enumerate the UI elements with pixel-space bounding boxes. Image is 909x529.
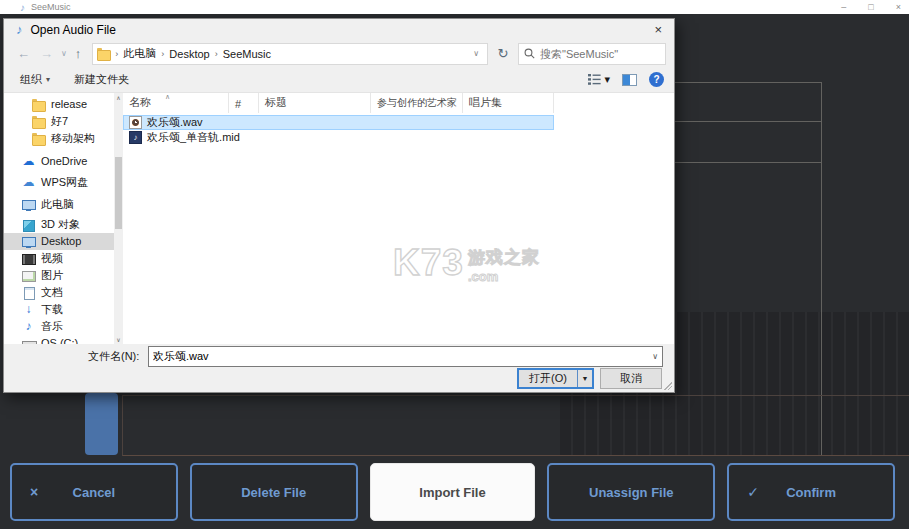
folder-icon <box>97 47 110 60</box>
sidebar-item-hao7[interactable]: 好7 <box>4 113 114 130</box>
sidebar-item-downloads[interactable]: ↓下载 <box>4 301 114 318</box>
breadcrumb[interactable]: › 此电脑 › Desktop › SeeMusic ∨ <box>92 43 488 65</box>
sidebar-item-pictures[interactable]: 图片 <box>4 267 114 284</box>
dialog-cancel-button[interactable]: 取消 <box>600 368 662 389</box>
open-split-button[interactable]: 打开(O) ▼ <box>517 368 594 389</box>
column-label: 参与创作的艺术家 <box>377 96 457 110</box>
column-header-number[interactable]: # <box>229 93 259 113</box>
app-logo-icon: ♪ <box>20 2 25 13</box>
sidebar-item-documents[interactable]: 文档 <box>4 284 114 301</box>
dialog-close-icon[interactable]: × <box>654 22 662 37</box>
breadcrumb-separator: › <box>115 49 118 59</box>
breadcrumb-separator: › <box>215 49 218 59</box>
new-folder-button[interactable]: 新建文件夹 <box>74 72 129 87</box>
maximize-button[interactable]: □ <box>868 2 873 12</box>
sidebar-item-mobile[interactable]: 移动架构 <box>4 130 114 147</box>
open-button[interactable]: 打开(O) <box>519 370 577 387</box>
up-icon[interactable]: ↑ <box>72 46 85 61</box>
sidebar-item-videos[interactable]: 视频 <box>4 250 114 267</box>
search-input[interactable] <box>540 48 660 60</box>
scroll-up-icon[interactable]: ∧ <box>114 94 123 101</box>
onedrive-cloud-icon: ☁ <box>22 155 35 168</box>
new-folder-label: 新建文件夹 <box>74 72 129 87</box>
refresh-icon[interactable]: ↻ <box>492 43 514 65</box>
unassign-file-button[interactable]: Unassign File <box>547 463 715 521</box>
breadcrumb-dropdown-icon[interactable]: ∨ <box>473 49 483 58</box>
sidebar-scrollbar[interactable]: ∧ ∨ <box>114 93 123 344</box>
minimize-button[interactable]: – <box>841 2 846 12</box>
file-name: 欢乐颂_单音轨.mid <box>147 130 240 145</box>
scrollbar-thumb[interactable] <box>115 157 122 229</box>
close-icon: × <box>30 484 38 500</box>
sidebar-item-3d-objects[interactable]: 3D 对象 <box>4 216 114 233</box>
dialog-title: Open Audio File <box>31 23 116 37</box>
desktop-icon <box>22 235 35 248</box>
sidebar-item-label: release <box>51 98 87 110</box>
sort-ascending-icon: ∧ <box>165 93 170 101</box>
folder-icon <box>32 115 45 128</box>
back-icon[interactable]: ← <box>14 46 33 61</box>
sidebar-item-label: 视频 <box>41 251 63 266</box>
import-file-button-label: Import File <box>419 485 485 500</box>
breadcrumb-this-pc[interactable]: 此电脑 <box>123 46 156 61</box>
filename-input[interactable] <box>149 347 662 366</box>
sidebar-item-wps[interactable]: ☁WPS网盘 <box>4 174 114 191</box>
organize-menu[interactable]: 组织 ▾ <box>20 72 50 87</box>
scroll-down-icon[interactable]: ∨ <box>114 336 123 343</box>
video-icon <box>22 252 35 265</box>
import-file-button[interactable]: Import File <box>370 463 536 521</box>
organize-label: 组织 <box>20 72 42 87</box>
breadcrumb-seemusic[interactable]: SeeMusic <box>223 48 271 60</box>
confirm-button[interactable]: ✓ Confirm <box>727 463 895 521</box>
resize-grip[interactable] <box>664 382 672 390</box>
details-view-icon <box>588 74 601 85</box>
sidebar-item-label: 音乐 <box>41 319 63 334</box>
file-row-mid[interactable]: ♪ 欢乐颂_单音轨.mid <box>123 130 554 145</box>
note-block[interactable] <box>85 393 118 455</box>
sidebar-item-label: 3D 对象 <box>41 217 80 232</box>
drive-icon <box>22 337 35 344</box>
help-icon[interactable]: ? <box>649 72 664 87</box>
filename-row: 文件名(N): ∨ <box>4 344 674 369</box>
preview-pane-button[interactable] <box>622 74 637 86</box>
sidebar-item-label: 下载 <box>41 302 63 317</box>
download-icon: ↓ <box>22 303 35 316</box>
open-dropdown-icon[interactable]: ▼ <box>577 370 592 387</box>
file-row-wav[interactable]: 欢乐颂.wav <box>123 115 554 130</box>
column-header-title[interactable]: 标题 <box>259 93 371 113</box>
recent-locations-icon[interactable]: ∨ <box>60 49 68 58</box>
cancel-button[interactable]: × Cancel <box>10 463 178 521</box>
file-list-header: 名称 ∧ # 标题 参与创作的艺术家 唱片集 <box>123 93 674 113</box>
3d-cube-icon <box>22 218 35 231</box>
sidebar-item-music[interactable]: ♪音乐 <box>4 318 114 335</box>
command-bar: 组织 ▾ 新建文件夹 ▾ ? <box>4 67 674 92</box>
sidebar-item-os-c[interactable]: OS (C:) <box>4 335 114 344</box>
breadcrumb-desktop[interactable]: Desktop <box>169 48 209 60</box>
view-mode-button[interactable]: ▾ <box>588 73 610 86</box>
column-header-name[interactable]: 名称 ∧ <box>123 93 229 113</box>
sidebar-item-label: OneDrive <box>41 155 87 167</box>
delete-file-button[interactable]: Delete File <box>190 463 358 521</box>
column-label: 唱片集 <box>469 95 502 110</box>
folder-icon <box>32 98 45 111</box>
column-header-artists[interactable]: 参与创作的艺术家 <box>371 93 463 113</box>
navigation-pane: release 好7 移动架构 ☁OneDrive ☁WPS网盘 此电脑 3D … <box>4 93 114 344</box>
music-note-icon: ♪ <box>16 22 23 37</box>
sidebar-item-onedrive[interactable]: ☁OneDrive <box>4 153 114 170</box>
sidebar-item-desktop[interactable]: Desktop <box>4 233 114 250</box>
close-button[interactable]: × <box>896 2 901 12</box>
filename-label: 文件名(N): <box>88 349 148 364</box>
music-note-icon: ♪ <box>22 320 35 333</box>
app-titlebar: ♪ SeeMusic – □ × <box>0 0 909 14</box>
folder-icon <box>32 132 45 145</box>
sidebar-item-release[interactable]: release <box>4 96 114 113</box>
document-icon <box>22 286 35 299</box>
sidebar-item-label: WPS网盘 <box>41 175 88 190</box>
picture-icon <box>22 269 35 282</box>
search-box[interactable] <box>518 43 666 65</box>
column-header-album[interactable]: 唱片集 <box>463 93 554 113</box>
filename-combobox[interactable]: ∨ <box>148 346 663 367</box>
sidebar-item-label: 图片 <box>41 268 63 283</box>
sidebar-item-this-pc[interactable]: 此电脑 <box>4 196 114 213</box>
forward-icon[interactable]: → <box>37 46 56 61</box>
